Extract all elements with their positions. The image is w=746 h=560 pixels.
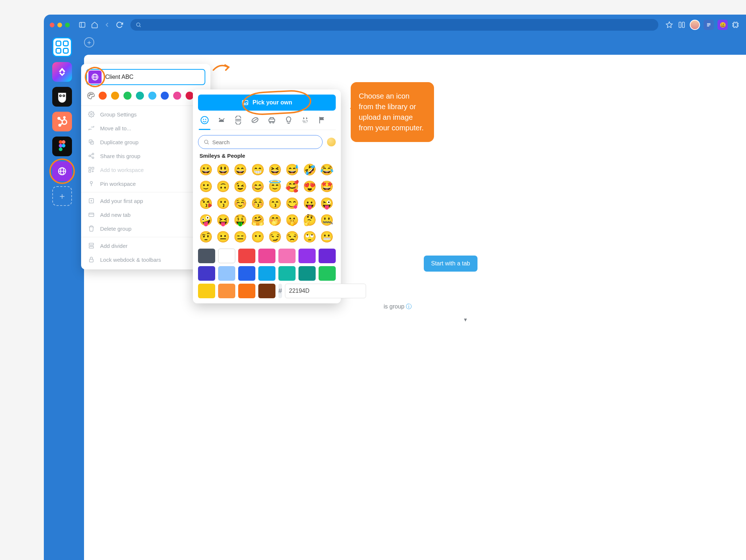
menu-item-delete-group[interactable]: Delete group	[81, 222, 210, 235]
emoji-option[interactable]: 😇	[268, 179, 282, 193]
palette-swatch[interactable]	[218, 266, 235, 281]
group-icon-button[interactable]	[88, 70, 102, 84]
emoji-option[interactable]: 😆	[268, 162, 282, 176]
emoji-option[interactable]: ☺️	[233, 196, 247, 210]
color-swatch[interactable]	[123, 92, 132, 100]
emoji-option[interactable]: 😋	[285, 196, 299, 210]
color-swatch[interactable]	[161, 92, 169, 100]
sidebar-add-group[interactable]: ＋	[52, 186, 72, 206]
emoji-search-input[interactable]	[198, 135, 323, 149]
category-travel[interactable]	[267, 116, 276, 130]
menu-item-group-settings[interactable]: Group Settings	[81, 107, 210, 121]
emoji-option[interactable]: 😬	[320, 230, 334, 243]
color-swatch[interactable]	[148, 92, 156, 100]
palette-swatch[interactable]	[298, 266, 316, 281]
palette-swatch[interactable]	[238, 266, 255, 281]
emoji-option[interactable]: 😁	[251, 162, 264, 176]
sidebar-app-hubspot[interactable]	[52, 112, 72, 131]
emoji-option[interactable]: 🤑	[233, 213, 247, 227]
sidebar-app-figma[interactable]	[52, 137, 72, 156]
back-icon[interactable]	[103, 20, 111, 29]
palette-swatch[interactable]	[258, 249, 275, 263]
color-swatch[interactable]	[111, 92, 119, 100]
emoji-option[interactable]: 🥰	[285, 179, 299, 193]
group-name-input[interactable]	[105, 74, 203, 80]
emoji-option[interactable]: 🤣	[302, 162, 316, 176]
emoji-option[interactable]: 🤪	[199, 213, 213, 227]
emoji-option[interactable]: 😍	[302, 179, 316, 193]
menu-item-pin-workspace[interactable]: Pin workspace	[81, 177, 210, 191]
home-icon[interactable]	[90, 20, 99, 29]
palette-swatch[interactable]	[238, 284, 255, 298]
emoji-option[interactable]: 😶	[251, 230, 264, 243]
color-swatch[interactable]	[173, 92, 181, 100]
emoji-option[interactable]: 🤫	[285, 213, 299, 227]
reload-icon[interactable]	[115, 20, 124, 29]
emoji-option[interactable]: 😜	[320, 196, 334, 210]
sidebar-app-current-group[interactable]	[52, 161, 72, 181]
emoji-option[interactable]: 😛	[302, 196, 316, 210]
emoji-option[interactable]: 😘	[199, 196, 213, 210]
emoji-option[interactable]: 😉	[233, 179, 247, 193]
new-tab-button[interactable]: ＋	[84, 37, 94, 47]
emoji-option[interactable]: 😝	[216, 213, 230, 227]
menu-item-add-new-tab[interactable]: Add new tab	[81, 208, 210, 222]
emoji-option[interactable]: 🤗	[251, 213, 264, 227]
emoji-option[interactable]: 🤐	[320, 213, 334, 227]
palette-swatch[interactable]	[258, 284, 275, 298]
sidebar-app-clickup[interactable]	[52, 62, 72, 82]
category-animals[interactable]	[217, 116, 226, 130]
skin-tone-picker[interactable]	[327, 138, 336, 146]
emoji-option[interactable]: 😗	[216, 196, 230, 210]
menu-item-move-all-to-[interactable]: Move all to...	[81, 121, 210, 135]
close-window[interactable]	[50, 23, 54, 27]
color-swatch[interactable]	[136, 92, 144, 100]
emoji-option[interactable]: 😊	[251, 179, 264, 193]
category-objects[interactable]	[284, 116, 293, 130]
emoji-option[interactable]: 🤔	[302, 213, 316, 227]
category-activity[interactable]	[251, 116, 259, 130]
emoji-option[interactable]: 😃	[216, 162, 230, 176]
palette-swatch[interactable]	[319, 266, 336, 281]
maximize-window[interactable]	[65, 23, 70, 27]
category-food[interactable]	[234, 116, 243, 130]
palette-swatch[interactable]	[278, 249, 296, 263]
palette-swatch[interactable]	[278, 266, 296, 281]
emoji-option[interactable]: 🤨	[199, 230, 213, 243]
minimize-window[interactable]	[57, 23, 62, 27]
palette-swatch[interactable]	[218, 284, 235, 298]
emoji-option[interactable]: 😒	[285, 230, 299, 243]
sidebar-toggle-icon[interactable]	[78, 20, 87, 29]
sidebar-app-grid[interactable]	[52, 37, 72, 57]
hex-input[interactable]	[285, 284, 366, 298]
category-symbols[interactable]: %?	[301, 116, 310, 130]
palette-swatch[interactable]	[218, 249, 235, 263]
palette-swatch[interactable]	[258, 266, 275, 281]
emoji-option[interactable]: 😄	[233, 162, 247, 176]
emoji-option[interactable]: 😙	[268, 196, 282, 210]
emoji-option[interactable]: 😚	[251, 196, 264, 210]
color-swatch[interactable]	[186, 92, 194, 100]
emoji-option[interactable]: 😐	[216, 230, 230, 243]
emoji-option[interactable]: 😑	[233, 230, 247, 243]
palette-swatch[interactable]	[198, 284, 215, 298]
emoji-option[interactable]: 😂	[320, 162, 334, 176]
url-bar[interactable]	[130, 19, 463, 31]
menu-item-duplicate-group[interactable]: Duplicate group	[81, 135, 210, 149]
category-flags[interactable]	[318, 116, 327, 130]
emoji-option[interactable]: 😅	[285, 162, 299, 176]
menu-item-lock-webdock-toolbars[interactable]: Lock webdock & toolbars	[81, 253, 210, 266]
menu-item-add-your-first-app[interactable]: Add your first app	[81, 194, 210, 208]
emoji-option[interactable]: 🙄	[302, 230, 316, 243]
emoji-option[interactable]: 🤭	[268, 213, 282, 227]
color-swatch[interactable]	[99, 92, 107, 100]
menu-item-share-this-group[interactable]: Share this group	[81, 149, 210, 163]
emoji-option[interactable]: 😀	[199, 162, 213, 176]
category-smileys[interactable]	[200, 116, 209, 130]
emoji-option[interactable]: 😏	[268, 230, 282, 243]
emoji-option[interactable]: 🙂	[199, 179, 213, 193]
palette-swatch[interactable]	[298, 249, 316, 263]
emoji-option[interactable]: 🙃	[216, 179, 230, 193]
start-with-tab-button[interactable]: Start with a tab	[424, 256, 463, 272]
menu-item-add-divider[interactable]: Add divider	[81, 239, 210, 253]
